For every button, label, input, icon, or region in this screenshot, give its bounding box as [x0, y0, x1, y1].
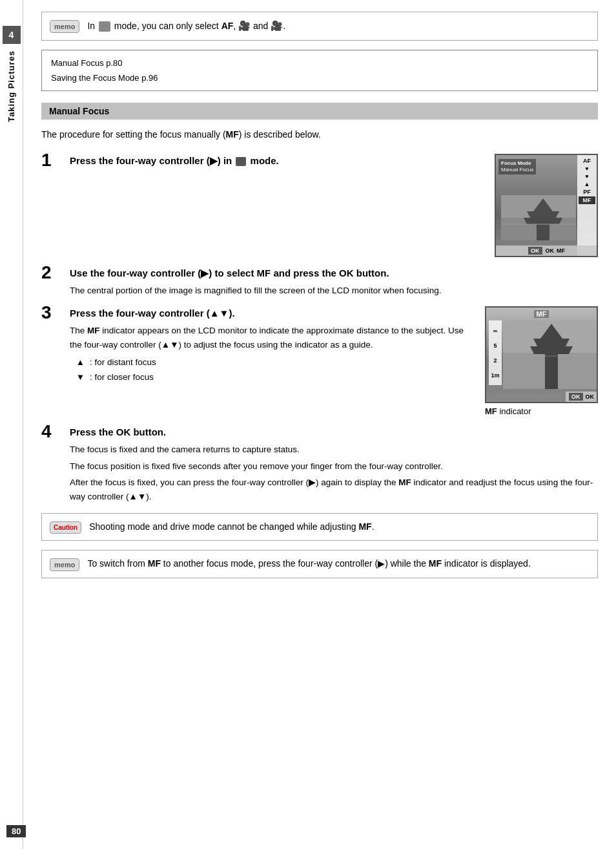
ok-btn-1: OK [528, 247, 542, 255]
memo-icon-top: memo [50, 20, 79, 33]
mf-bottom-bar: OK OK [566, 392, 597, 402]
camera-screen-mf: MF ∞ 5 2 1m [485, 306, 598, 403]
memo-bottom-text: To switch from MF to another focus mode,… [87, 557, 530, 571]
camera-screen-1: Focus Mode Manual Focus AF ♥ ♥ ▲ PF [495, 154, 598, 257]
ref-box: Manual Focus p.80 Saving the Focus Mode … [41, 50, 598, 92]
pagoda-svg-1 [501, 195, 576, 240]
cam-triangle: ▲ [579, 181, 595, 187]
step-4-number: 4 [41, 423, 65, 441]
bullet-list-3: ▲ : for distant focus ▼ : for closer foc… [76, 355, 476, 385]
step-1-title: Press the four-way controller (▶) in mod… [70, 154, 486, 167]
caution-text: Shooting mode and drive mode cannot be c… [89, 520, 374, 534]
camera-screen-mf-inner: MF ∞ 5 2 1m [486, 308, 597, 402]
bullet-sym-up: ▲ [76, 355, 85, 370]
step-4-content: Press the OK button. The focus is fixed … [70, 425, 598, 503]
step-3-body: The MF indicator appears on the LCD moni… [70, 324, 476, 351]
focus-mode-overlay: Focus Mode Manual Focus [498, 159, 536, 175]
mf-label-screen: MF [534, 310, 549, 318]
step-3-number: 3 [41, 304, 65, 322]
ref-line1: Manual Focus p.80 [51, 56, 588, 70]
memo-icon-bottom: memo [50, 558, 79, 571]
step-1-layout: Press the four-way controller (▶) in mod… [70, 154, 598, 257]
camera-menu-overlay: AF ♥ ♥ ▲ PF MF [577, 155, 597, 256]
bullet-text-up: : for distant focus [90, 355, 156, 370]
memo-box-top: memo In mode, you can only select AF, 🎥 … [41, 12, 598, 41]
step-3-left: Press the four-way controller (▲▼). The … [70, 306, 476, 385]
section-header-text: Manual Focus [49, 106, 109, 116]
memo-top-text: In mode, you can only select AF, 🎥 and 🎥… [87, 19, 285, 34]
bullet-sym-down: ▼ [76, 370, 85, 385]
pagoda-svg-mf [503, 320, 597, 389]
step-3-title: Press the four-way controller (▲▼). [70, 306, 476, 320]
section-header: Manual Focus [41, 103, 598, 120]
scale-inf: ∞ [493, 328, 497, 334]
tab-label: Taking Pictures [6, 50, 16, 122]
caution-icon: Caution [50, 521, 81, 534]
page-number: 80 [6, 825, 26, 837]
step-4-row: 4 Press the OK button. The focus is fixe… [41, 425, 598, 503]
step-3-content: Press the four-way controller (▲▼). The … [70, 306, 598, 416]
tab-number: 4 [3, 26, 21, 44]
step-3-layout: Press the four-way controller (▲▼). The … [70, 306, 598, 416]
caution-box: Caution Shooting mode and drive mode can… [41, 513, 598, 541]
side-tab: 4 Taking Pictures [0, 0, 23, 849]
caution-icon-label: Caution [50, 521, 81, 534]
scale-2: 2 [493, 357, 497, 364]
ok-btn-mf: OK [569, 393, 583, 401]
camera-screen-bg-1: Focus Mode Manual Focus AF ♥ ♥ ▲ PF [496, 155, 597, 256]
cam-af: AF [579, 158, 595, 164]
mf-caption: MF indicator [485, 406, 598, 416]
step-1-left: Press the four-way controller (▶) in mod… [70, 154, 486, 171]
step-2-body: The central portion of the image is magn… [70, 284, 598, 298]
memo-icon-bottom-label: memo [50, 558, 79, 571]
step-4-title: Press the OK button. [70, 425, 598, 439]
ref-line2: Saving the Focus Mode p.96 [51, 70, 588, 85]
cam-pf: PF [579, 189, 595, 195]
step-2-title: Use the four-way controller (▶) to selec… [70, 266, 598, 280]
step-2-row: 2 Use the four-way controller (▶) to sel… [41, 266, 598, 298]
mf-screen-container: MF ∞ 5 2 1m [485, 306, 598, 416]
bullet-text-down: : for closer focus [90, 370, 154, 385]
step-2-number: 2 [41, 264, 65, 282]
cam-heart2: ♥ [579, 173, 595, 180]
step-3-row: 3 Press the four-way controller (▲▼). Th… [41, 306, 598, 416]
bullet-item-down: ▼ : for closer focus [76, 370, 476, 385]
camera-display-1: Focus Mode Manual Focus AF ♥ ♥ ▲ PF [495, 154, 598, 257]
camera-bottom-bar-1: OK OK MF [496, 246, 597, 256]
cam-mf-selected: MF [579, 196, 595, 204]
ok-text-1: OK [546, 247, 555, 254]
cam-heart1: ♥ [579, 165, 595, 172]
memo-box-bottom: memo To switch from MF to another focus … [41, 550, 598, 578]
scale-1m: 1m [491, 372, 499, 379]
step-1-row: 1 Press the four-way controller (▶) in m… [41, 154, 598, 257]
step-2-content: Use the four-way controller (▶) to selec… [70, 266, 598, 298]
ok-text-mf: OK [586, 393, 595, 400]
mf-scale: ∞ 5 2 1m [489, 320, 502, 385]
scale-5: 5 [493, 342, 497, 349]
intro-text: The procedure for setting the focus manu… [41, 127, 598, 142]
main-content: memo In mode, you can only select AF, 🎥 … [23, 0, 616, 849]
step-1-content: Press the four-way controller (▶) in mod… [70, 154, 598, 257]
memo-icon-label: memo [50, 20, 79, 33]
step-4-body: The focus is fixed and the camera return… [70, 443, 598, 503]
step-1-number: 1 [41, 151, 65, 169]
mf-text-1: MF [557, 247, 565, 254]
bullet-item-up: ▲ : for distant focus [76, 355, 476, 370]
